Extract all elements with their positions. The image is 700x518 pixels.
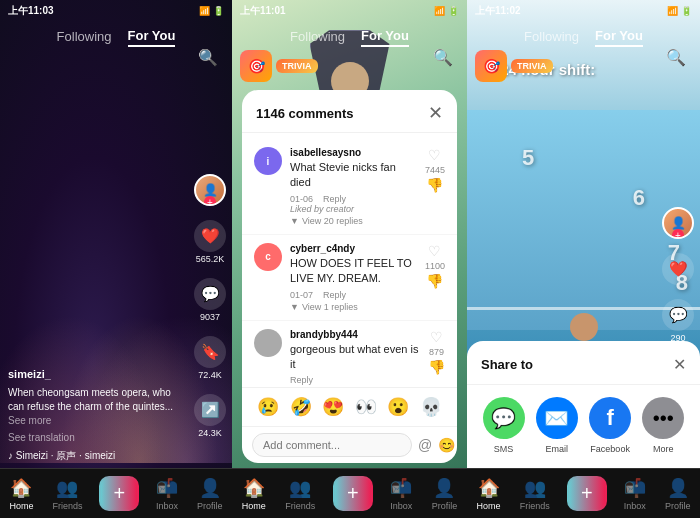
share-sms[interactable]: 💬 SMS (483, 397, 525, 454)
bottom-profile[interactable]: 👤 Profile (197, 477, 223, 511)
left-translate[interactable]: See translation (8, 432, 182, 443)
right-search-icon[interactable]: 🔍 (662, 44, 690, 71)
share-title: Share to (481, 357, 533, 372)
bottom-profile[interactable]: 👤 Profile (665, 477, 691, 511)
left-status-bar: 上午11:03 📶 🔋 (0, 0, 232, 22)
comment-item: c cyberr_c4ndy HOW DOES IT FEEL TO LIVE … (242, 237, 457, 318)
more-icon: ••• (642, 397, 684, 439)
mid-trivia-text: TRIVIA (276, 59, 318, 73)
right-avatar[interactable]: 👤 + (662, 207, 694, 239)
dislike-comment-icon[interactable]: 👎 (426, 273, 443, 289)
emoji-cry[interactable]: 😢 (257, 396, 279, 418)
at-icon[interactable]: @ (418, 437, 432, 453)
right-status-icons: 📶 🔋 (667, 6, 692, 16)
facebook-icon: f (589, 397, 631, 439)
number-5-badge: 5 (522, 145, 534, 171)
add-button[interactable]: + (569, 478, 605, 509)
left-tab-foryou[interactable]: For You (128, 26, 176, 47)
inbox-icon: 📬 (624, 477, 646, 499)
right-trivia-text: TRIVIA (511, 59, 553, 73)
mid-trivia-badge: 🎯 TRIVIA (240, 50, 318, 82)
mid-nav-tabs: Following For You 🔍 (232, 22, 467, 51)
emoji-input-icon[interactable]: 😊 (438, 437, 455, 453)
bottom-add[interactable]: + (335, 478, 371, 509)
mid-tab-following[interactable]: Following (290, 27, 345, 46)
reply-btn[interactable]: Reply (323, 194, 346, 204)
reply-btn[interactable]: Reply (323, 290, 346, 300)
right-comment-icon: 💬 (662, 299, 694, 331)
bottom-home[interactable]: 🏠 Home (9, 477, 33, 511)
view-replies-btn[interactable]: ▼ View 20 replies (290, 216, 417, 226)
bottom-inbox[interactable]: 📬 Inbox (156, 477, 178, 511)
profile-icon: 👤 (433, 477, 455, 499)
emoji-eyes[interactable]: 👀 (355, 396, 377, 418)
left-avatar-item: 👤 + (194, 174, 226, 206)
home-icon: 🏠 (10, 477, 32, 499)
left-bookmark-action[interactable]: 🔖 72.4K (194, 336, 226, 380)
mid-status-bar: 上午11:01 📶 🔋 (232, 0, 467, 22)
right-status-time: 上午11:02 (475, 4, 521, 18)
comment-divider (242, 234, 457, 235)
commenter-username: brandybby444 (290, 329, 420, 340)
right-follow-badge: + (672, 229, 684, 239)
bottom-friends[interactable]: 👥 Friends (285, 477, 315, 511)
left-share-icon: ↗️ (194, 394, 226, 426)
emoji-laugh[interactable]: 🤣 (290, 396, 312, 418)
right-nav-tabs: Following For You 🔍 (467, 22, 700, 51)
commenter-avatar: c (254, 243, 282, 271)
left-music: ♪ Simeizi · 原声 · simeizi (8, 449, 182, 463)
like-comment-icon[interactable]: ♡ (430, 329, 443, 345)
share-email[interactable]: ✉️ Email (536, 397, 578, 454)
bottom-friends[interactable]: 👥 Friends (52, 477, 82, 511)
dislike-comment-icon[interactable]: 👎 (428, 359, 445, 375)
dislike-comment-icon[interactable]: 👎 (426, 177, 443, 193)
add-button[interactable]: + (101, 478, 137, 509)
view-replies-btn[interactable]: ▼ View 1 replies (290, 302, 417, 312)
like-comment-icon[interactable]: ♡ (428, 243, 441, 259)
number-6-badge: 6 (633, 185, 645, 211)
mid-search-icon[interactable]: 🔍 (429, 44, 457, 71)
mid-tab-foryou[interactable]: For You (361, 26, 409, 47)
emoji-heart-eyes[interactable]: 😍 (322, 396, 344, 418)
emoji-skull[interactable]: 💀 (420, 396, 442, 418)
sms-icon: 💬 (483, 397, 525, 439)
left-tab-following[interactable]: Following (57, 27, 112, 46)
bottom-home[interactable]: 🏠 Home (242, 477, 266, 511)
right-like-action[interactable]: ❤️ (662, 253, 694, 285)
sms-label: SMS (494, 444, 514, 454)
right-tab-foryou[interactable]: For You (595, 26, 643, 47)
bottom-inbox[interactable]: 📬 Inbox (624, 477, 646, 511)
comment-text: gorgeous but what even is it (290, 342, 420, 373)
left-like-action[interactable]: ❤️ 565.2K (194, 220, 226, 264)
close-comments-button[interactable]: ✕ (428, 102, 443, 124)
emoji-wow[interactable]: 😮 (387, 396, 409, 418)
reply-btn[interactable]: Reply (290, 375, 313, 385)
comment-input[interactable] (252, 433, 412, 457)
left-avatar[interactable]: 👤 + (194, 174, 226, 206)
left-comment-action[interactable]: 💬 9037 (194, 278, 226, 322)
add-button[interactable]: + (335, 478, 371, 509)
like-comment-icon[interactable]: ♡ (428, 147, 441, 163)
friends-icon: 👥 (524, 477, 546, 499)
share-more[interactable]: ••• More (642, 397, 684, 454)
bottom-friends[interactable]: 👥 Friends (520, 477, 550, 511)
bottom-inbox[interactable]: 📬 Inbox (390, 477, 412, 511)
inbox-icon: 📬 (390, 477, 412, 499)
bottom-add[interactable]: + (569, 478, 605, 509)
right-tab-following[interactable]: Following (524, 27, 579, 46)
left-share-action[interactable]: ↗️ 24.3K (194, 394, 226, 438)
bottom-add[interactable]: + (101, 478, 137, 509)
close-share-button[interactable]: ✕ (673, 355, 686, 374)
left-caption: When cheongsam meets opera, who can refu… (8, 386, 182, 428)
comment-meta: 01-06 Reply (290, 194, 417, 204)
left-see-more[interactable]: See more (8, 415, 51, 426)
share-facebook[interactable]: f Facebook (589, 397, 631, 454)
right-comment-action[interactable]: 💬 290 (662, 299, 694, 343)
panel-left: 上午11:03 📶 🔋 Following For You 🔍 👤 + ❤️ 5… (0, 0, 232, 518)
right-trivia-logo: 🎯 (475, 50, 507, 82)
left-search-icon[interactable]: 🔍 (194, 44, 222, 71)
comments-list[interactable]: i isabellesaysno What Stevie nicks fan d… (242, 133, 457, 387)
bottom-profile[interactable]: 👤 Profile (432, 477, 458, 511)
bottom-home[interactable]: 🏠 Home (477, 477, 501, 511)
comments-overlay: 1146 comments ✕ i isabellesaysno What St… (242, 90, 457, 463)
